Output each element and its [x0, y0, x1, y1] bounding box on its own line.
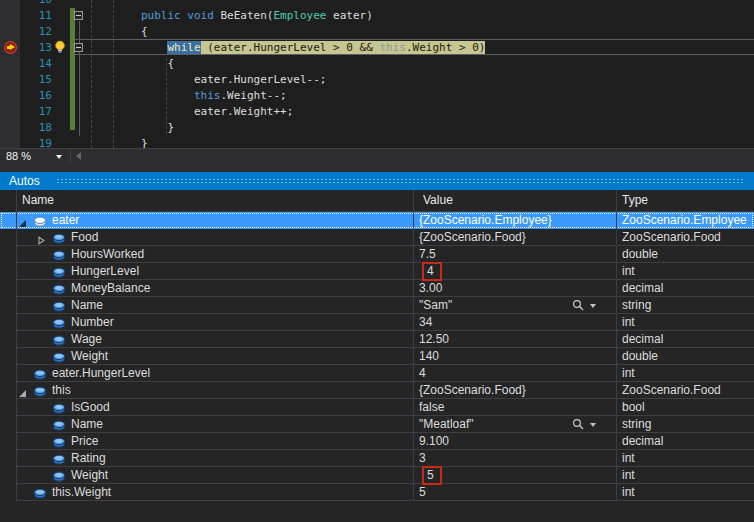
variable-name: IsGood	[71, 399, 110, 415]
autos-panel-header[interactable]: Autos	[0, 172, 754, 190]
code-line-19[interactable]: 19 }	[0, 136, 754, 148]
variable-type: decimal	[622, 280, 663, 296]
code-token: eater.HungerLevel--;	[88, 73, 326, 86]
autos-row-weight[interactable]: Weight5int	[0, 467, 754, 484]
code-text: {	[88, 56, 174, 72]
autos-row-food[interactable]: Food{ZooScenario.Food}ZooScenario.Food	[0, 229, 754, 246]
fold-collapse-icon[interactable]	[74, 43, 83, 52]
variable-type: int	[622, 314, 635, 330]
variable-value: 4	[419, 365, 609, 381]
variable-icon	[33, 487, 47, 503]
chevron-down-icon	[56, 155, 62, 159]
variable-name: Wage	[71, 331, 102, 347]
variable-type: string	[622, 416, 651, 432]
line-number: 17	[0, 104, 52, 120]
autos-row-number[interactable]: Number34int	[0, 314, 754, 331]
variable-value: 5	[419, 484, 609, 500]
code-token	[88, 9, 141, 22]
code-editor[interactable]: 1011 public void BeEaten(Employee eater)…	[0, 0, 754, 148]
autos-row-rating[interactable]: Rating3int	[0, 450, 754, 467]
variable-name: this	[52, 382, 71, 398]
lightbulb-icon[interactable]	[54, 40, 66, 59]
code-line-14[interactable]: 14 {	[0, 56, 754, 72]
variable-value: 140	[419, 348, 609, 364]
autos-row-moneybalance[interactable]: MoneyBalance3.00decimal	[0, 280, 754, 297]
autos-row-eater-hungerlevel[interactable]: eater.HungerLevel4int	[0, 365, 754, 382]
code-line-10[interactable]: 10	[0, 0, 754, 8]
code-line-13[interactable]: 13 while (eater.HungerLevel > 0 && this.…	[0, 40, 754, 56]
scroll-left-arrow-icon[interactable]	[76, 152, 81, 160]
column-header-type[interactable]: Type	[622, 190, 648, 211]
autos-row-wage[interactable]: Wage12.50decimal	[0, 331, 754, 348]
variable-value: false	[419, 399, 609, 415]
horizontal-scrollbar[interactable]	[71, 149, 754, 164]
variable-value: 3.00	[419, 280, 609, 296]
code-token: while	[167, 41, 200, 54]
variable-name: HungerLevel	[71, 263, 139, 279]
visual-studio-debug-view: 1011 public void BeEaten(Employee eater)…	[0, 0, 754, 522]
code-text: eater.Weight++;	[88, 104, 293, 120]
column-divider-name-value[interactable]	[413, 190, 414, 501]
code-token: void	[187, 9, 214, 22]
visualizer-dropdown-caret-icon[interactable]	[590, 423, 596, 427]
autos-row-eater[interactable]: eater{ZooScenario.Employee}ZooScenario.E…	[0, 212, 754, 229]
autos-row-name[interactable]: Name"Meatloaf"string	[0, 416, 754, 433]
collapse-triangle-icon[interactable]	[18, 216, 27, 232]
variable-value: 5	[419, 467, 609, 485]
variable-type: int	[622, 450, 635, 466]
column-header-value[interactable]: Value	[423, 190, 453, 211]
grid-header-row: Name Value Type	[0, 190, 754, 212]
variable-name: eater.HungerLevel	[52, 365, 150, 381]
autos-row-hungerlevel[interactable]: HungerLevel4int	[0, 263, 754, 280]
variable-type: string	[622, 297, 651, 313]
variable-name: Rating	[71, 450, 106, 466]
code-token: (eater.HungerLevel > 0 &&	[201, 41, 380, 54]
annotation-highlight-box: 4	[422, 262, 442, 281]
code-token: }	[88, 121, 174, 134]
code-line-11[interactable]: 11 public void BeEaten(Employee eater)	[0, 8, 754, 24]
code-text: while (eater.HungerLevel > 0 && this.Wei…	[88, 40, 485, 56]
code-token: .Weight--;	[220, 89, 286, 102]
variable-type: ZooScenario.Employee	[622, 212, 747, 228]
code-line-15[interactable]: 15 eater.HungerLevel--;	[0, 72, 754, 88]
autos-row-name[interactable]: Name"Sam"string	[0, 297, 754, 314]
line-number: 12	[0, 24, 52, 40]
variable-type: int	[622, 467, 635, 483]
code-text: {	[88, 24, 148, 40]
line-number: 19	[0, 136, 52, 148]
zoom-level-dropdown[interactable]: 88 %	[0, 149, 70, 164]
code-line-12[interactable]: 12 {	[0, 24, 754, 40]
code-line-17[interactable]: 17 eater.Weight++;	[0, 104, 754, 120]
line-number: 11	[0, 8, 52, 24]
column-header-name[interactable]: Name	[22, 190, 54, 211]
autos-row-hoursworked[interactable]: HoursWorked7.5double	[0, 246, 754, 263]
code-token	[88, 41, 167, 54]
autos-row-this-weight[interactable]: this.Weight5int	[0, 484, 754, 501]
zoom-level-value: 88 %	[6, 149, 31, 163]
pane-splitter[interactable]	[0, 163, 754, 172]
variable-name: Name	[71, 416, 103, 432]
code-line-16[interactable]: 16 this.Weight--;	[0, 88, 754, 104]
autos-row-this[interactable]: this{ZooScenario.Food}ZooScenario.Food	[0, 382, 754, 399]
fold-collapse-icon[interactable]	[74, 11, 83, 20]
variable-type: int	[622, 484, 635, 500]
variable-name: Food	[71, 229, 98, 245]
autos-row-isgood[interactable]: IsGoodfalsebool	[0, 399, 754, 416]
code-token: this	[379, 41, 406, 54]
autos-row-price[interactable]: Price9.100decimal	[0, 433, 754, 450]
autos-variables-grid: Name Value Type eater{ZooScenario.Employ…	[0, 190, 754, 522]
variable-type: ZooScenario.Food	[622, 229, 721, 245]
variable-name: this.Weight	[52, 484, 111, 500]
breakpoint-current-statement-icon[interactable]	[4, 41, 17, 54]
code-line-18[interactable]: 18 }	[0, 120, 754, 136]
code-token: {	[88, 57, 174, 70]
code-token: eater.Weight++;	[88, 105, 293, 118]
code-token: eater)	[326, 9, 372, 22]
variable-value: {ZooScenario.Food}	[419, 229, 609, 245]
code-token: this	[194, 89, 221, 102]
column-divider-value-type[interactable]	[616, 190, 617, 501]
code-text: }	[88, 136, 148, 148]
autos-row-weight[interactable]: Weight140double	[0, 348, 754, 365]
visualizer-dropdown-caret-icon[interactable]	[590, 304, 596, 308]
variable-name: MoneyBalance	[71, 280, 150, 296]
